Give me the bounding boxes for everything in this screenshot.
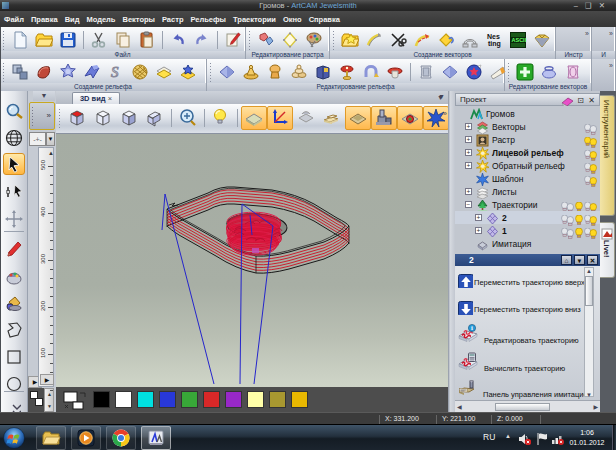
svg-text:S: S bbox=[111, 64, 119, 80]
svg-text:i: i bbox=[471, 324, 473, 331]
svg-text:ASCII: ASCII bbox=[512, 37, 527, 43]
svg-text:Nes: Nes bbox=[487, 33, 500, 40]
svg-text:ting: ting bbox=[488, 40, 501, 48]
